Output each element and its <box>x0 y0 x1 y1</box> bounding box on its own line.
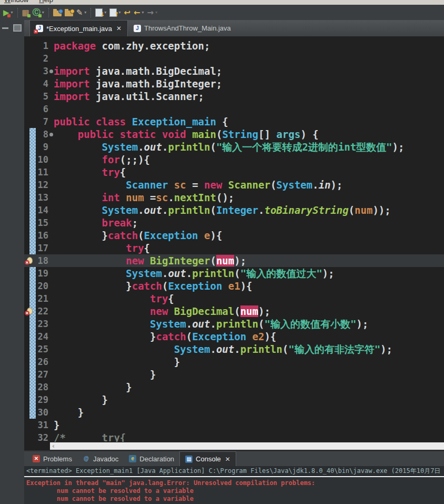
code-line[interactable]: 16 }catch(Exception e){ <box>24 229 444 242</box>
code-line[interactable]: 12 Scanner sc = new Scanner(System.in); <box>24 179 444 191</box>
scrollbar-track[interactable]: ‹ <box>50 442 444 450</box>
code-line[interactable]: 24 }catch(Exception e2){ <box>24 330 444 343</box>
line-number: 29 <box>24 393 48 406</box>
restore-panel-icon[interactable] <box>13 24 22 32</box>
code-line[interactable]: 9 System.out.println("输入一个将要转成2进制的int型数值… <box>24 141 444 153</box>
new-package-icon[interactable] <box>63 6 75 19</box>
dropdown-chevron-icon[interactable]: ▾ <box>11 10 13 15</box>
toolbar-separator <box>48 8 49 17</box>
code-line[interactable]: 4import java.math.BigInteger; <box>24 77 444 90</box>
code-line[interactable]: 6 <box>24 103 444 115</box>
code-line[interactable]: ✕22 new BigDecimal(num); <box>24 305 444 318</box>
close-tab-icon[interactable]: ✕ <box>225 456 230 463</box>
view-tab-label: Declaration <box>139 455 174 463</box>
line-number: 5 <box>24 90 48 103</box>
code-editor[interactable]: 1package com.zhy.exception;23import java… <box>24 36 444 442</box>
code-line[interactable]: 29 } <box>24 393 444 406</box>
code-line[interactable]: 2 <box>24 52 444 65</box>
editor-tab-1[interactable]: J✕*Exception_main.java✕ <box>29 20 128 36</box>
bottom-panel: ✕Problems@JavadoceDeclaration▤Console✕ <… <box>24 450 444 504</box>
run-icon[interactable]: ▶▾ <box>2 6 15 19</box>
export-icon: ↑ <box>109 8 117 17</box>
code-line[interactable]: 28 } <box>24 381 444 393</box>
code-line[interactable]: 7public class Exception_main { <box>24 115 444 128</box>
export-icon[interactable]: ↑▾ <box>108 6 122 19</box>
code-line[interactable]: 5import java.util.Scanner; <box>24 90 444 103</box>
declaration-icon: e <box>129 455 136 462</box>
error-marker-icon[interactable]: ✕ <box>25 257 33 265</box>
editor-tab-2[interactable]: JThrowsAndThrow_Main.java <box>128 20 237 36</box>
fold-marker-icon[interactable] <box>49 70 53 73</box>
line-number: 6 <box>24 103 48 115</box>
forward-icon[interactable]: →▾ <box>146 6 159 19</box>
back-icon[interactable]: ←▾ <box>132 6 146 19</box>
last-edit-location-icon[interactable]: ↩ <box>122 6 132 19</box>
view-tab-declaration[interactable]: eDeclaration <box>124 451 179 466</box>
code-line[interactable]: 11 try{ <box>24 166 444 179</box>
java-file-icon: J✕ <box>36 25 43 32</box>
code-line[interactable]: 13 int num =sc.nextInt(); <box>24 191 444 204</box>
open-task-icon[interactable] <box>52 6 63 19</box>
import-icon: ↓ <box>95 8 103 17</box>
line-number: 19 <box>24 267 48 280</box>
code-line[interactable]: 26 } <box>24 355 444 368</box>
view-tab-console[interactable]: ▤Console✕ <box>179 451 236 466</box>
view-tab-problems[interactable]: ✕Problems <box>27 451 77 466</box>
code-line[interactable]: 1package com.zhy.exception; <box>24 39 444 52</box>
code-line[interactable]: 10 for(;;){ <box>24 153 444 166</box>
dropdown-chevron-icon[interactable]: ▾ <box>42 10 44 15</box>
code-line[interactable]: 20 }catch(Exception e1){ <box>24 280 444 292</box>
code-line[interactable]: 21 try{ <box>24 292 444 305</box>
code-line[interactable]: 3import java.math.BigDecimal; <box>24 65 444 77</box>
menu-item-window[interactable]: Window <box>4 0 28 4</box>
new-java-project-icon[interactable]: ▦ <box>21 6 31 19</box>
eclipse-window: WindowHelp ▶▾▦Ⓒ▾✎▾↓▾↑▾↩←▾→▾ J✕*Exception… <box>0 0 444 504</box>
error-marker-icon[interactable]: ✕ <box>25 308 33 315</box>
code-line[interactable]: 14 System.out.println(Integer.toBinarySt… <box>24 204 444 216</box>
code-line[interactable]: 8 public static void main(String[] args)… <box>24 128 444 141</box>
import-icon[interactable]: ↓▾ <box>94 6 108 19</box>
new-java-class-icon: Ⓒ <box>33 7 41 17</box>
fold-marker-icon[interactable] <box>49 133 53 136</box>
code-text: } <box>54 419 59 431</box>
code-line[interactable]: 15 break; <box>24 216 444 229</box>
editor-area: J✕*Exception_main.java✕JThrowsAndThrow_M… <box>24 20 444 450</box>
view-tab-javadoc[interactable]: @Javadoc <box>77 451 124 466</box>
code-line[interactable]: 19 System.out.println("输入的数值过大"); <box>24 267 444 280</box>
new-java-class-icon[interactable]: Ⓒ▾ <box>31 6 46 19</box>
dropdown-chevron-icon[interactable]: ▾ <box>155 10 157 15</box>
scroll-left-arrow-icon[interactable]: ‹ <box>52 442 55 450</box>
code-text: for(;;){ <box>54 153 150 166</box>
horizontal-scrollbar[interactable]: ‹ <box>24 442 444 450</box>
dropdown-chevron-icon[interactable]: ▾ <box>142 10 144 15</box>
bottom-tab-bar: ✕Problems@JavadoceDeclaration▤Console✕ <box>24 451 444 466</box>
dropdown-chevron-icon[interactable]: ▾ <box>84 10 86 15</box>
line-number: 16 <box>24 229 48 242</box>
code-line[interactable]: 31} <box>24 419 444 431</box>
code-line[interactable]: 25 System.out.println("输入的有非法字符"); <box>24 343 444 355</box>
console-output-line: num cannot be resolved to a variable <box>26 495 444 503</box>
code-line[interactable]: 30 } <box>24 406 444 419</box>
code-text: }catch(Exception e2){ <box>54 330 276 343</box>
code-line[interactable]: 17 try{ <box>24 242 444 254</box>
console-header: <terminated> Exception_main1 [Java Appli… <box>24 466 444 477</box>
toolbar-separator <box>90 8 91 17</box>
format-brush-icon[interactable]: ✎▾ <box>75 6 88 19</box>
menu-item-help[interactable]: Help <box>39 0 53 4</box>
minimize-panel-icon[interactable] <box>2 27 8 29</box>
line-number: 24 <box>24 330 48 343</box>
code-text: System.out.println("输入的数值过大"); <box>54 267 334 280</box>
console-output: Exception in thread "main" java.lang.Err… <box>24 477 444 504</box>
code-line[interactable]: 27 } <box>24 368 444 381</box>
main-toolbar: ▶▾▦Ⓒ▾✎▾↓▾↑▾↩←▾→▾ <box>0 5 444 21</box>
code-text: import java.math.BigDecimal; <box>54 65 222 77</box>
console-icon: ▤ <box>185 456 193 463</box>
close-tab-icon[interactable]: ✕ <box>116 25 122 32</box>
code-line[interactable]: ✕18 new BigInteger(num); <box>24 254 444 267</box>
code-line[interactable]: 23 System.out.println("输入的数值有小数"); <box>24 318 444 330</box>
code-line[interactable]: 32/* try{ <box>24 431 444 442</box>
new-java-project-icon: ▦ <box>22 8 29 17</box>
line-number: 26 <box>24 355 48 368</box>
line-number: 14 <box>24 204 48 216</box>
code-text: new BigDecimal(num); <box>54 305 270 318</box>
